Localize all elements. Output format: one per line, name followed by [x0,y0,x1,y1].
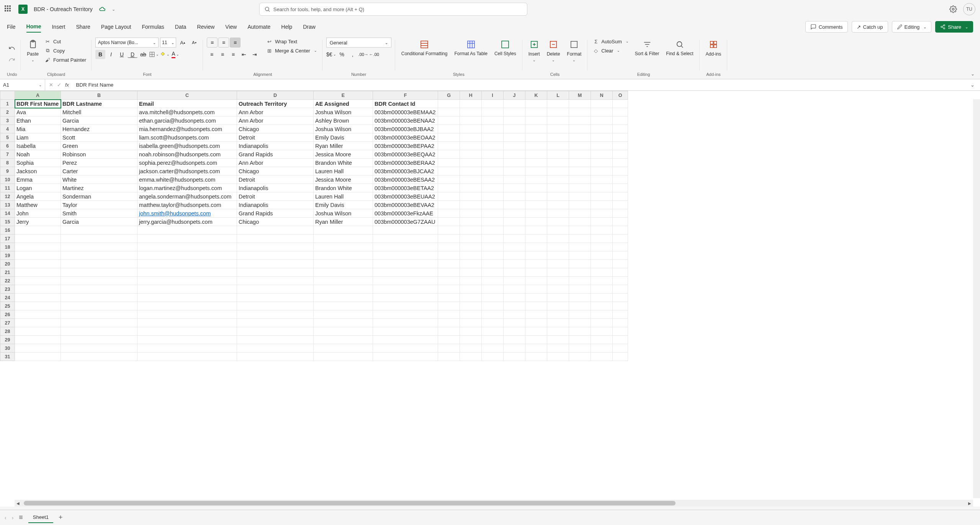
cell[interactable] [547,125,569,133]
italic-button[interactable]: I [106,50,116,59]
cell[interactable] [373,277,438,285]
cell[interactable]: Scott [61,133,137,142]
cell[interactable] [482,201,504,209]
cell[interactable] [504,133,525,142]
tab-view[interactable]: View [225,21,237,32]
cell[interactable]: Lauren Hall [314,192,373,201]
cell[interactable] [591,243,613,251]
cell[interactable] [482,302,504,310]
cell[interactable] [438,184,460,192]
cell[interactable] [569,100,591,108]
cell[interactable] [547,116,569,125]
cell[interactable]: Green [61,142,137,150]
cell[interactable] [15,327,61,336]
cell[interactable] [314,235,373,243]
cell[interactable] [482,226,504,235]
row-header[interactable]: 12 [0,192,15,201]
cell[interactable] [482,142,504,150]
cell[interactable] [569,294,591,302]
cell[interactable] [569,108,591,116]
cell[interactable] [613,201,628,209]
cell[interactable] [504,108,525,116]
align-bottom-button[interactable]: ≡ [230,38,241,48]
cell[interactable] [569,133,591,142]
row-header[interactable]: 24 [0,294,15,302]
cell[interactable] [547,251,569,260]
comments-button[interactable]: Comments [805,21,848,33]
cell[interactable]: Liam [15,133,61,142]
row-header[interactable]: 1 [0,100,15,108]
cell[interactable] [61,353,137,361]
cell[interactable] [504,327,525,336]
cell[interactable] [61,277,137,285]
cell[interactable] [504,294,525,302]
align-center-button[interactable]: ≡ [218,50,227,59]
cell[interactable] [591,268,613,277]
scroll-left-icon[interactable]: ◀ [15,501,21,505]
cell[interactable] [569,159,591,167]
cell[interactable] [61,260,137,268]
cell[interactable] [613,310,628,319]
cell[interactable] [591,285,613,294]
cell[interactable] [547,209,569,218]
cell[interactable]: Angela [15,192,61,201]
cell[interactable] [613,268,628,277]
cell[interactable] [237,310,314,319]
cell[interactable] [613,226,628,235]
font-name-select[interactable]: Aptos Narrow (Bo...⌄ [95,38,159,48]
cell[interactable] [482,125,504,133]
cell[interactable] [613,125,628,133]
cell[interactable] [237,235,314,243]
cell[interactable] [569,310,591,319]
cell[interactable] [504,100,525,108]
cell[interactable] [591,167,613,176]
cell[interactable]: Matthew [15,201,61,209]
cell[interactable] [525,201,547,209]
align-left-button[interactable]: ≡ [207,50,217,59]
cell[interactable] [547,159,569,167]
cell[interactable] [61,285,137,294]
user-avatar[interactable]: TU [963,3,975,15]
cell[interactable] [137,294,237,302]
cell[interactable] [438,176,460,184]
cell[interactable] [61,319,137,327]
cell[interactable] [460,184,482,192]
cell[interactable] [547,243,569,251]
cell[interactable] [591,353,613,361]
cell[interactable]: Emma [15,176,61,184]
cell[interactable] [591,108,613,116]
cell[interactable] [15,294,61,302]
cell[interactable] [15,353,61,361]
cell[interactable] [137,336,237,344]
cell[interactable] [137,251,237,260]
cell[interactable]: Ann Arbor [237,116,314,125]
tab-automate[interactable]: Automate [247,21,270,32]
row-header[interactable]: 30 [0,344,15,353]
cell[interactable] [237,260,314,268]
tab-page-layout[interactable]: Page Layout [101,21,131,32]
cell[interactable]: Joshua Wilson [314,125,373,133]
cell[interactable] [525,260,547,268]
cell[interactable] [15,243,61,251]
cell[interactable] [482,285,504,294]
cell[interactable] [591,192,613,201]
cell[interactable]: Brandon White [314,159,373,167]
cell[interactable] [460,327,482,336]
cell[interactable] [547,176,569,184]
select-all-corner[interactable] [0,91,15,100]
cell[interactable]: jerry.garcia@hudsonpets.com [137,218,237,226]
cell[interactable] [591,116,613,125]
cell[interactable] [237,243,314,251]
font-color-button[interactable]: A⌄ [170,50,180,59]
cell[interactable] [591,294,613,302]
double-underline-button[interactable]: D [128,51,137,58]
cell[interactable] [482,209,504,218]
cell[interactable] [569,353,591,361]
column-header[interactable]: B [61,91,137,100]
cell[interactable]: 003bm000003eBJBAA2 [373,125,438,133]
cell[interactable] [547,184,569,192]
cell[interactable] [591,100,613,108]
cell[interactable]: Ethan [15,116,61,125]
cell[interactable] [613,277,628,285]
tab-data[interactable]: Data [175,21,187,32]
